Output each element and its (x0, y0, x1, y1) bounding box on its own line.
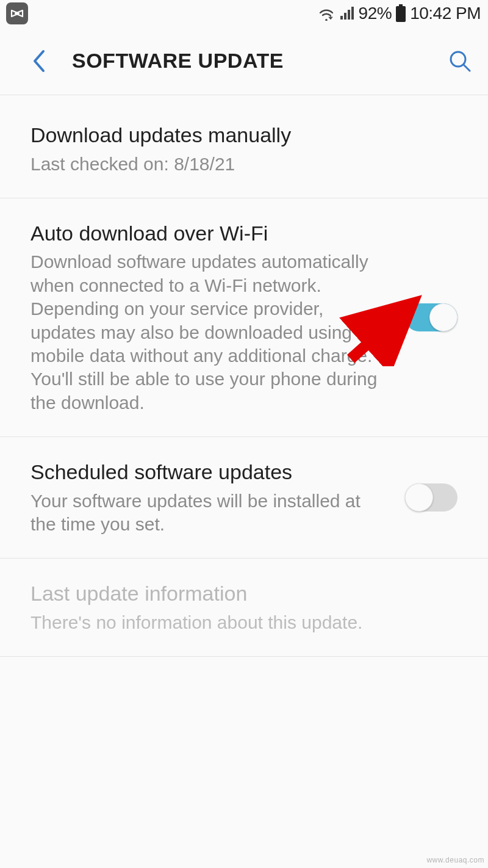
item-auto-download-wifi[interactable]: Auto download over Wi-Fi Download softwa… (0, 198, 488, 437)
item-title: Last update information (30, 580, 458, 607)
toggle-scheduled[interactable] (405, 483, 458, 512)
svg-rect-2 (348, 10, 350, 20)
item-subtitle: There's no information about this update… (30, 611, 458, 634)
wifi-icon (317, 6, 336, 21)
search-icon (448, 49, 472, 73)
item-subtitle: Download software updates automatically … (30, 250, 390, 414)
item-subtitle: Last checked on: 8/18/21 (30, 153, 458, 176)
svg-rect-5 (396, 6, 406, 22)
item-title: Scheduled software updates (30, 459, 390, 486)
search-button[interactable] (443, 44, 477, 78)
item-subtitle: Your software updates will be installed … (30, 490, 390, 537)
svg-rect-3 (351, 7, 354, 20)
item-title: Auto download over Wi-Fi (30, 220, 390, 247)
item-scheduled-updates[interactable]: Scheduled software updates Your software… (0, 437, 488, 559)
status-right: 92% 10:42 PM (317, 4, 481, 23)
watermark: www.deuaq.com (426, 856, 484, 864)
app-header: SOFTWARE UPDATE (0, 27, 488, 95)
battery-icon (395, 4, 406, 23)
item-title: Download updates manually (30, 122, 458, 149)
battery-pct: 92% (359, 4, 392, 23)
capcut-icon (6, 2, 28, 24)
item-last-update-info: Last update information There's no infor… (0, 559, 488, 657)
svg-line-7 (464, 65, 470, 71)
status-bar: 92% 10:42 PM (0, 0, 488, 27)
toggle-knob (405, 483, 433, 512)
chevron-left-icon (31, 49, 47, 73)
item-download-manually[interactable]: Download updates manually Last checked o… (0, 95, 488, 198)
back-button[interactable] (24, 46, 54, 76)
settings-list: Download updates manually Last checked o… (0, 95, 488, 657)
toggle-knob (429, 303, 458, 331)
clock: 10:42 PM (410, 4, 481, 23)
svg-rect-4 (399, 4, 403, 6)
page-title: SOFTWARE UPDATE (72, 49, 443, 73)
signal-icon (339, 6, 355, 21)
svg-rect-1 (344, 13, 346, 20)
toggle-auto-download[interactable] (405, 303, 458, 331)
status-left (6, 2, 28, 24)
svg-rect-0 (340, 16, 343, 20)
